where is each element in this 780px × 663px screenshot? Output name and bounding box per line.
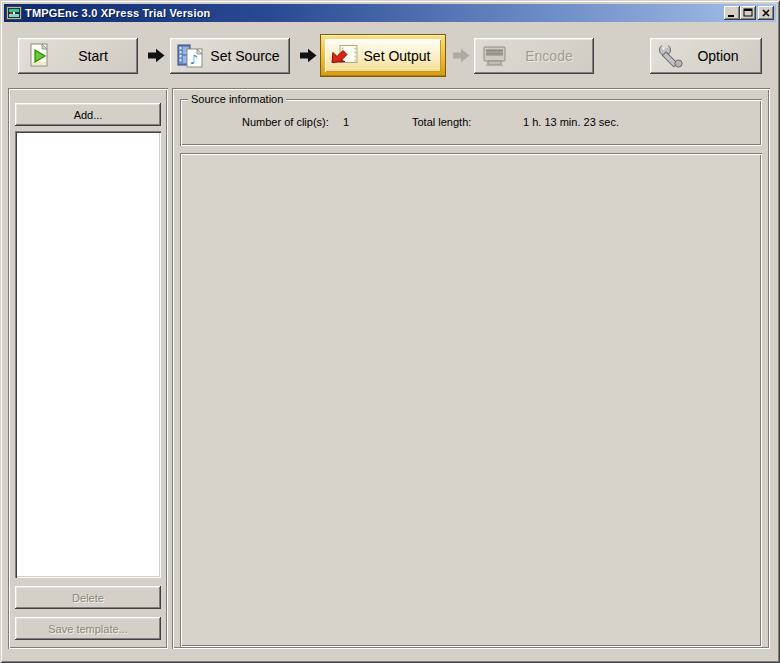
number-of-clips-label: Number of clip(s): xyxy=(242,116,329,128)
clip-list[interactable] xyxy=(15,131,161,578)
add-button[interactable]: Add... xyxy=(15,103,161,126)
right-arrow-disabled-icon xyxy=(453,48,470,63)
app-window: TMPGEnc 3.0 XPress Trial Version xyxy=(0,0,780,663)
delete-button-label: Delete xyxy=(72,592,104,604)
set-output-button[interactable]: Set Output xyxy=(325,39,441,72)
encoder-device-icon xyxy=(481,42,509,70)
save-template-button-label: Save template... xyxy=(48,623,128,635)
title-bar[interactable]: TMPGEnc 3.0 XPress Trial Version xyxy=(4,4,776,22)
maximize-button[interactable] xyxy=(740,6,756,20)
set-source-button[interactable]: ♪ Set Source xyxy=(170,38,290,74)
number-of-clips-value: 1 xyxy=(343,116,349,128)
maximize-icon xyxy=(742,7,754,19)
save-template-button: Save template... xyxy=(15,617,161,640)
source-information-groupbox: Source information Number of clip(s): 1 … xyxy=(180,99,762,146)
close-icon xyxy=(760,7,772,19)
source-information-title: Source information xyxy=(188,93,286,105)
source-information-row: Number of clip(s): 1 Total length: 1 h. … xyxy=(180,116,762,130)
minimize-button[interactable] xyxy=(724,6,740,20)
add-button-label: Add... xyxy=(74,109,103,121)
film-export-arrow-icon xyxy=(331,42,359,69)
minimize-icon xyxy=(726,7,738,19)
right-arrow-icon xyxy=(148,48,165,63)
encode-button: Encode xyxy=(474,38,594,74)
window-title: TMPGEnc 3.0 XPress Trial Version xyxy=(25,7,211,19)
right-arrow-icon xyxy=(300,48,317,63)
wrench-icon xyxy=(657,42,685,70)
total-length-label: Total length: xyxy=(412,116,471,128)
output-content-area xyxy=(180,153,762,647)
source-panel: Source information Number of clip(s): 1 … xyxy=(172,88,770,649)
film-music-note-icon: ♪ xyxy=(177,42,205,70)
start-button[interactable]: Start xyxy=(18,38,138,74)
delete-button: Delete xyxy=(15,586,161,609)
document-play-icon xyxy=(25,42,53,70)
close-button[interactable] xyxy=(758,6,774,20)
window-controls xyxy=(724,6,774,20)
option-button[interactable]: Option xyxy=(650,38,762,74)
total-length-value: 1 h. 13 min. 23 sec. xyxy=(523,116,619,128)
set-output-button-highlight: Set Output xyxy=(320,34,446,77)
tmpgenc-app-icon xyxy=(6,5,22,21)
clip-panel: Add... Delete Save template... xyxy=(8,88,168,649)
svg-text:♪: ♪ xyxy=(190,52,198,67)
